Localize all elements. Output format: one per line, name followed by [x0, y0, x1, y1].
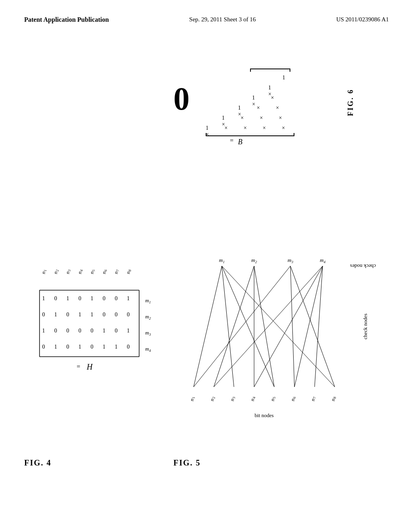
svg-text:n6: n6 — [101, 270, 108, 274]
svg-line-60 — [214, 266, 323, 387]
svg-text:1: 1 — [127, 295, 130, 301]
svg-text:1: 1 — [42, 295, 45, 301]
fig6-label: FIG. 6 — [346, 89, 355, 116]
svg-text:0: 0 — [42, 312, 45, 318]
svg-text:check nodes: check nodes — [362, 314, 368, 339]
svg-text:0: 0 — [42, 344, 45, 350]
svg-line-58 — [290, 266, 294, 387]
fig4-area: n1 n2 n3 n4 n5 n6 n7 n8 m1 m2 m3 m4 — [20, 234, 165, 468]
svg-text:m3: m3 — [145, 330, 151, 337]
publication-label: Patent Application Publication — [24, 16, 109, 23]
sheet-info: Sep. 29, 2011 Sheet 3 of 16 — [189, 16, 256, 23]
svg-text:0: 0 — [91, 328, 94, 334]
svg-line-51 — [222, 266, 234, 387]
svg-text:1: 1 — [127, 328, 130, 334]
svg-text:n2: n2 — [209, 397, 216, 401]
svg-text:1: 1 — [79, 312, 81, 318]
svg-text:check nodes: check nodes — [350, 263, 376, 269]
svg-text:0: 0 — [79, 328, 81, 334]
svg-text:1: 1 — [79, 344, 81, 350]
svg-text:n5: n5 — [269, 397, 276, 401]
svg-text:n1: n1 — [189, 397, 196, 401]
svg-text:0: 0 — [67, 328, 69, 334]
svg-text:1: 1 — [91, 312, 94, 318]
svg-text:bit nodes: bit nodes — [254, 412, 273, 418]
svg-text:n4: n4 — [249, 397, 256, 401]
svg-text:n8: n8 — [330, 397, 337, 401]
svg-text:H: H — [86, 362, 93, 371]
svg-text:0: 0 — [115, 328, 118, 334]
matrix-b-row1: 1 — [282, 75, 285, 81]
bottom-figures: n1 n2 n3 n4 n5 n6 n7 n8 m1 m2 m3 m4 — [0, 234, 413, 484]
matrix-b: 1 1 × 1 × × 1 × × × 1 × × × × 1 × × × × … — [181, 69, 294, 173]
svg-text:n4: n4 — [77, 270, 83, 274]
svg-text:1: 1 — [103, 344, 106, 350]
svg-text:0: 0 — [127, 344, 130, 350]
svg-text:n8: n8 — [125, 270, 132, 274]
b-label: B — [238, 138, 242, 146]
svg-text:0: 0 — [54, 295, 57, 301]
svg-text:0: 0 — [54, 328, 57, 334]
svg-text:m3: m3 — [288, 257, 293, 264]
svg-text:m2: m2 — [145, 314, 151, 320]
svg-text:0: 0 — [103, 312, 106, 318]
svg-text:n3: n3 — [65, 270, 71, 274]
svg-text:0: 0 — [67, 344, 69, 350]
svg-text:1: 1 — [54, 312, 57, 318]
svg-text:1: 1 — [67, 295, 69, 301]
fig4-label: FIG. 4 — [24, 458, 52, 468]
svg-text:=: = — [77, 363, 80, 370]
svg-text:m2: m2 — [251, 257, 257, 264]
svg-text:n1: n1 — [40, 270, 47, 274]
svg-line-50 — [194, 266, 222, 387]
svg-text:1: 1 — [54, 344, 57, 350]
svg-text:m1: m1 — [145, 297, 151, 304]
svg-text:n2: n2 — [52, 270, 59, 274]
svg-text:1: 1 — [91, 295, 94, 301]
svg-text:m4: m4 — [145, 346, 151, 353]
matrix-h: n1 n2 n3 n4 n5 n6 n7 n8 m1 m2 m3 m4 — [24, 238, 161, 431]
svg-text:0: 0 — [91, 344, 94, 350]
matrix-h-svg: n1 n2 n3 n4 n5 n6 n7 n8 m1 m2 m3 m4 — [24, 238, 161, 431]
svg-text:m4: m4 — [320, 257, 325, 264]
svg-line-57 — [194, 266, 290, 387]
svg-text:n7: n7 — [310, 397, 317, 401]
fig6-diagram: 0 1 1 × 1 × × 1 × × × 1 × × × × 1 × × × … — [141, 56, 363, 226]
fig5-label: FIG. 5 — [173, 458, 201, 468]
svg-text:1: 1 — [103, 328, 106, 334]
svg-text:1: 1 — [42, 328, 45, 334]
svg-text:n7: n7 — [113, 270, 120, 274]
svg-text:n5: n5 — [89, 270, 96, 274]
fig5-area: m1 m2 m3 m4 check nodes n1 n2 n3 n4 n5 n… — [169, 234, 395, 468]
svg-text:0: 0 — [115, 312, 118, 318]
svg-text:0: 0 — [67, 312, 69, 318]
svg-text:n3: n3 — [229, 397, 236, 401]
b-equals-sign: = — [230, 137, 234, 144]
patent-number: US 2011/0239086 A1 — [336, 16, 389, 23]
page-header: Patent Application Publication Sep. 29, … — [0, 0, 413, 23]
svg-line-53 — [222, 266, 335, 387]
svg-text:0: 0 — [79, 295, 81, 301]
svg-text:m1: m1 — [219, 257, 225, 264]
svg-text:0: 0 — [127, 312, 130, 318]
svg-text:1: 1 — [115, 344, 118, 350]
svg-text:0: 0 — [103, 295, 106, 301]
svg-text:n6: n6 — [290, 397, 296, 401]
tanner-graph-svg: m1 m2 m3 m4 check nodes n1 n2 n3 n4 n5 n… — [169, 234, 387, 443]
svg-text:0: 0 — [115, 295, 118, 301]
